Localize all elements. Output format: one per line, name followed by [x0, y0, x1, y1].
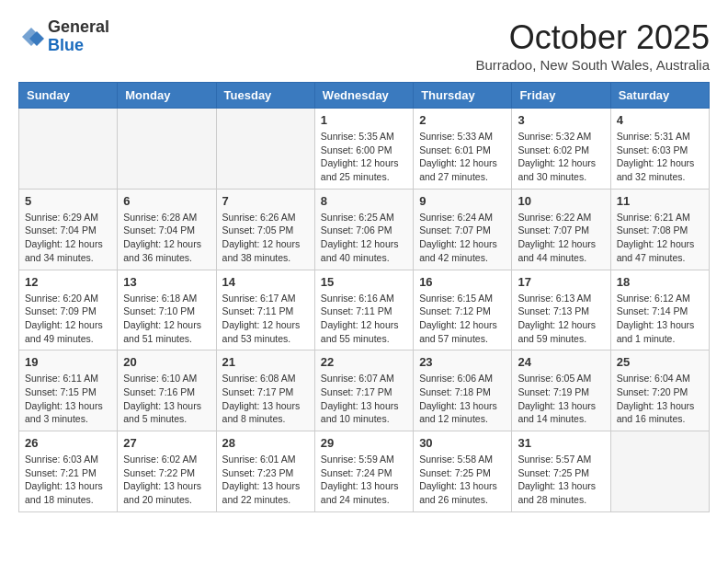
calendar-cell: 10Sunrise: 6:22 AM Sunset: 7:07 PM Dayli… [512, 189, 610, 270]
calendar-cell: 2Sunrise: 5:33 AM Sunset: 6:01 PM Daylig… [414, 109, 512, 190]
calendar-cell: 1Sunrise: 5:35 AM Sunset: 6:00 PM Daylig… [314, 109, 413, 190]
day-info: Sunrise: 5:59 AM Sunset: 7:24 PM Dayligh… [321, 453, 407, 507]
day-number: 13 [123, 275, 210, 289]
day-info: Sunrise: 6:29 AM Sunset: 7:04 PM Dayligh… [25, 211, 111, 265]
calendar-cell: 9Sunrise: 6:24 AM Sunset: 7:07 PM Daylig… [414, 189, 512, 270]
day-number: 29 [321, 436, 407, 450]
calendar-cell: 21Sunrise: 6:08 AM Sunset: 7:17 PM Dayli… [216, 350, 314, 431]
day-number: 5 [25, 194, 111, 208]
calendar-cell: 17Sunrise: 6:13 AM Sunset: 7:13 PM Dayli… [512, 270, 610, 350]
calendar-cell: 29Sunrise: 5:59 AM Sunset: 7:24 PM Dayli… [314, 431, 413, 512]
day-number: 25 [617, 355, 703, 369]
day-number: 19 [25, 355, 111, 369]
day-number: 16 [419, 275, 506, 289]
day-number: 21 [222, 355, 309, 369]
day-number: 22 [321, 355, 407, 369]
day-number: 6 [123, 194, 210, 208]
calendar-week-4: 19Sunrise: 6:11 AM Sunset: 7:15 PM Dayli… [19, 350, 710, 431]
day-info: Sunrise: 6:28 AM Sunset: 7:04 PM Dayligh… [123, 211, 210, 265]
calendar-cell: 8Sunrise: 6:25 AM Sunset: 7:06 PM Daylig… [314, 189, 413, 270]
day-info: Sunrise: 5:57 AM Sunset: 7:25 PM Dayligh… [518, 453, 604, 507]
day-number: 27 [123, 436, 210, 450]
day-number: 26 [25, 436, 111, 450]
page-header: General Blue October 2025 Burradoo, New … [18, 18, 710, 73]
day-info: Sunrise: 6:18 AM Sunset: 7:10 PM Dayligh… [123, 292, 210, 346]
title-block: October 2025 Burradoo, New South Wales, … [475, 18, 710, 73]
weekday-thursday: Thursday [414, 83, 512, 109]
weekday-saturday: Saturday [610, 83, 709, 109]
day-number: 12 [25, 275, 111, 289]
calendar-week-1: 1Sunrise: 5:35 AM Sunset: 6:00 PM Daylig… [19, 109, 710, 190]
calendar-cell: 7Sunrise: 6:26 AM Sunset: 7:05 PM Daylig… [216, 189, 314, 270]
calendar-cell [118, 109, 216, 190]
calendar-week-3: 12Sunrise: 6:20 AM Sunset: 7:09 PM Dayli… [19, 270, 710, 350]
day-info: Sunrise: 6:16 AM Sunset: 7:11 PM Dayligh… [321, 292, 407, 346]
calendar-header: SundayMondayTuesdayWednesdayThursdayFrid… [19, 83, 710, 109]
day-info: Sunrise: 5:32 AM Sunset: 6:02 PM Dayligh… [518, 130, 604, 184]
calendar-cell: 27Sunrise: 6:02 AM Sunset: 7:22 PM Dayli… [118, 431, 216, 512]
day-info: Sunrise: 6:21 AM Sunset: 7:08 PM Dayligh… [617, 211, 703, 265]
day-info: Sunrise: 5:33 AM Sunset: 6:01 PM Dayligh… [419, 130, 506, 184]
day-info: Sunrise: 6:26 AM Sunset: 7:05 PM Dayligh… [222, 211, 309, 265]
calendar-cell: 19Sunrise: 6:11 AM Sunset: 7:15 PM Dayli… [19, 350, 118, 431]
day-info: Sunrise: 6:10 AM Sunset: 7:16 PM Dayligh… [123, 372, 210, 426]
weekday-monday: Monday [118, 83, 216, 109]
calendar-cell: 25Sunrise: 6:04 AM Sunset: 7:20 PM Dayli… [610, 350, 709, 431]
day-number: 30 [419, 436, 506, 450]
day-number: 10 [518, 194, 604, 208]
calendar-cell: 13Sunrise: 6:18 AM Sunset: 7:10 PM Dayli… [118, 270, 216, 350]
day-number: 28 [222, 436, 309, 450]
day-info: Sunrise: 5:35 AM Sunset: 6:00 PM Dayligh… [321, 130, 407, 184]
logo: General Blue [18, 18, 109, 55]
calendar-cell: 30Sunrise: 5:58 AM Sunset: 7:25 PM Dayli… [414, 431, 512, 512]
day-info: Sunrise: 6:11 AM Sunset: 7:15 PM Dayligh… [25, 372, 111, 426]
day-info: Sunrise: 6:04 AM Sunset: 7:20 PM Dayligh… [617, 372, 703, 426]
day-number: 15 [321, 275, 407, 289]
day-info: Sunrise: 6:22 AM Sunset: 7:07 PM Dayligh… [518, 211, 604, 265]
day-info: Sunrise: 6:01 AM Sunset: 7:23 PM Dayligh… [222, 453, 309, 507]
calendar-week-2: 5Sunrise: 6:29 AM Sunset: 7:04 PM Daylig… [19, 189, 710, 270]
day-number: 23 [419, 355, 506, 369]
day-number: 20 [123, 355, 210, 369]
calendar-cell [19, 109, 118, 190]
day-number: 1 [321, 113, 407, 127]
day-info: Sunrise: 6:07 AM Sunset: 7:17 PM Dayligh… [321, 372, 407, 426]
weekday-friday: Friday [512, 83, 610, 109]
calendar-cell: 14Sunrise: 6:17 AM Sunset: 7:11 PM Dayli… [216, 270, 314, 350]
day-number: 3 [518, 113, 604, 127]
day-number: 4 [617, 113, 703, 127]
calendar-week-5: 26Sunrise: 6:03 AM Sunset: 7:21 PM Dayli… [19, 431, 710, 512]
day-info: Sunrise: 6:12 AM Sunset: 7:14 PM Dayligh… [617, 292, 703, 346]
logo-icon [18, 24, 44, 50]
calendar-cell: 23Sunrise: 6:06 AM Sunset: 7:18 PM Dayli… [414, 350, 512, 431]
calendar-cell: 18Sunrise: 6:12 AM Sunset: 7:14 PM Dayli… [610, 270, 709, 350]
calendar-cell: 31Sunrise: 5:57 AM Sunset: 7:25 PM Dayli… [512, 431, 610, 512]
logo-text: General Blue [48, 18, 109, 55]
calendar-cell: 22Sunrise: 6:07 AM Sunset: 7:17 PM Dayli… [314, 350, 413, 431]
weekday-sunday: Sunday [19, 83, 118, 109]
calendar-cell: 6Sunrise: 6:28 AM Sunset: 7:04 PM Daylig… [118, 189, 216, 270]
day-number: 11 [617, 194, 703, 208]
logo-blue: Blue [48, 37, 109, 55]
calendar-cell: 24Sunrise: 6:05 AM Sunset: 7:19 PM Dayli… [512, 350, 610, 431]
month-title: October 2025 [475, 18, 710, 57]
calendar-cell: 16Sunrise: 6:15 AM Sunset: 7:12 PM Dayli… [414, 270, 512, 350]
day-number: 14 [222, 275, 309, 289]
day-info: Sunrise: 6:08 AM Sunset: 7:17 PM Dayligh… [222, 372, 309, 426]
day-info: Sunrise: 6:03 AM Sunset: 7:21 PM Dayligh… [25, 453, 111, 507]
day-info: Sunrise: 5:31 AM Sunset: 6:03 PM Dayligh… [617, 130, 703, 184]
day-info: Sunrise: 6:20 AM Sunset: 7:09 PM Dayligh… [25, 292, 111, 346]
day-number: 17 [518, 275, 604, 289]
day-info: Sunrise: 6:13 AM Sunset: 7:13 PM Dayligh… [518, 292, 604, 346]
calendar-cell [216, 109, 314, 190]
calendar-cell: 3Sunrise: 5:32 AM Sunset: 6:02 PM Daylig… [512, 109, 610, 190]
calendar-cell: 20Sunrise: 6:10 AM Sunset: 7:16 PM Dayli… [118, 350, 216, 431]
day-info: Sunrise: 6:17 AM Sunset: 7:11 PM Dayligh… [222, 292, 309, 346]
day-number: 2 [419, 113, 506, 127]
calendar-cell: 28Sunrise: 6:01 AM Sunset: 7:23 PM Dayli… [216, 431, 314, 512]
calendar-body: 1Sunrise: 5:35 AM Sunset: 6:00 PM Daylig… [19, 109, 710, 512]
weekday-tuesday: Tuesday [216, 83, 314, 109]
day-number: 7 [222, 194, 309, 208]
calendar-cell: 12Sunrise: 6:20 AM Sunset: 7:09 PM Dayli… [19, 270, 118, 350]
calendar-cell: 15Sunrise: 6:16 AM Sunset: 7:11 PM Dayli… [314, 270, 413, 350]
